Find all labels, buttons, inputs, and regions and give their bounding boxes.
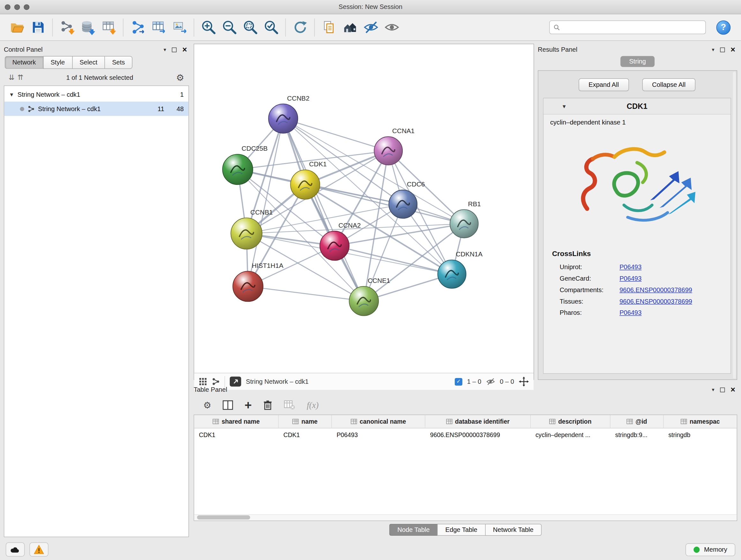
network-node-CCNB1[interactable]: CCNB1 bbox=[231, 208, 273, 249]
close-window-button[interactable] bbox=[5, 4, 10, 10]
panel-menu-icon[interactable]: ▾ bbox=[712, 387, 715, 393]
export-network-image-button[interactable] bbox=[169, 16, 190, 38]
crosslink-link[interactable]: P06493 bbox=[619, 263, 642, 270]
cell-description[interactable]: cyclin–dependent ... bbox=[531, 428, 610, 441]
column-header[interactable]: name bbox=[279, 415, 332, 428]
network-node-CDC25B[interactable]: CDC25B bbox=[222, 145, 267, 185]
float-panel-icon[interactable] bbox=[720, 387, 725, 392]
zoom-selected-button[interactable] bbox=[261, 16, 281, 38]
tab-style[interactable]: Style bbox=[43, 56, 72, 69]
overview-button[interactable] bbox=[340, 16, 360, 38]
crosslink-label: Compartments: bbox=[560, 286, 619, 293]
zoom-out-button[interactable] bbox=[219, 16, 240, 38]
collapse-all-icon[interactable]: ⇊ bbox=[9, 73, 15, 82]
zoom-in-button[interactable] bbox=[198, 16, 219, 38]
network-node-CDKN1A[interactable]: CDKN1A bbox=[438, 250, 483, 288]
show-columns-button[interactable] bbox=[223, 400, 233, 410]
open-session-button[interactable] bbox=[7, 16, 27, 38]
tab-edge-table[interactable]: Edge Table bbox=[437, 524, 485, 536]
network-collection-row[interactable]: ▼ String Network – cdk1 1 bbox=[4, 87, 188, 102]
results-scrollbar[interactable] bbox=[733, 72, 736, 379]
help-button[interactable]: ? bbox=[717, 20, 731, 35]
network-node-CCNB2[interactable]: CCNB2 bbox=[268, 95, 309, 133]
close-panel-icon[interactable]: × bbox=[182, 46, 187, 54]
network-node-RB1[interactable]: RB1 bbox=[450, 200, 481, 238]
new-network-button[interactable] bbox=[127, 16, 148, 38]
network-edge[interactable] bbox=[283, 118, 388, 151]
close-panel-icon[interactable]: × bbox=[731, 386, 735, 394]
save-session-button[interactable] bbox=[27, 16, 48, 38]
column-edit-icon bbox=[681, 419, 687, 424]
cloud-status-button[interactable] bbox=[6, 543, 25, 557]
tab-sets[interactable]: Sets bbox=[105, 56, 132, 69]
table-settings-gear-icon[interactable]: ⚙ bbox=[203, 401, 211, 410]
cell-namespace[interactable]: stringdb bbox=[664, 428, 737, 441]
string-tab[interactable]: String bbox=[621, 56, 655, 67]
gear-icon[interactable]: ⚙ bbox=[176, 73, 184, 82]
column-header[interactable]: shared name bbox=[194, 415, 279, 428]
network-graph[interactable]: CCNB2CCNA1CDC25BCDK1CDC6RB1CCNB1CCNA2CDK… bbox=[194, 44, 534, 373]
column-edit-icon bbox=[292, 419, 298, 424]
disclosure-triangle-icon[interactable]: ▼ bbox=[562, 104, 567, 109]
float-panel-icon[interactable] bbox=[172, 47, 177, 52]
cloud-icon bbox=[10, 546, 20, 553]
hide-selected-button[interactable] bbox=[360, 16, 381, 38]
tab-node-table[interactable]: Node Table bbox=[389, 524, 437, 536]
column-header[interactable]: @id bbox=[610, 415, 664, 428]
cell-name[interactable]: CDK1 bbox=[279, 428, 332, 441]
network-edge[interactable] bbox=[283, 118, 364, 301]
tab-select[interactable]: Select bbox=[72, 56, 105, 69]
column-header[interactable]: canonical name bbox=[332, 415, 425, 428]
cell-shared-name[interactable]: CDK1 bbox=[194, 428, 279, 441]
column-header[interactable]: description bbox=[531, 415, 610, 428]
network-edge[interactable] bbox=[334, 246, 452, 274]
delete-column-button[interactable] bbox=[263, 400, 273, 410]
memory-button[interactable]: Memory bbox=[685, 543, 735, 556]
crosslink-link[interactable]: 9606.ENSP00000378699 bbox=[619, 286, 692, 293]
create-column-button[interactable]: + bbox=[245, 399, 252, 412]
warnings-button[interactable] bbox=[29, 543, 48, 557]
import-table-button[interactable] bbox=[98, 16, 119, 38]
expand-all-icon[interactable]: ⇈ bbox=[17, 73, 23, 82]
refresh-layout-button[interactable] bbox=[289, 16, 310, 38]
network-node-HIST1H1A[interactable]: HIST1H1A bbox=[232, 262, 283, 302]
crosslink-link[interactable]: P06493 bbox=[619, 309, 642, 316]
maximize-window-button[interactable] bbox=[23, 4, 29, 10]
cell-id[interactable]: stringdb:9... bbox=[610, 428, 664, 441]
column-header[interactable]: namespac bbox=[664, 415, 737, 428]
panel-menu-icon[interactable]: ▾ bbox=[163, 47, 166, 53]
import-network-file-button[interactable] bbox=[57, 16, 77, 38]
disclosure-triangle-icon[interactable]: ▼ bbox=[9, 91, 14, 98]
zoom-fit-button[interactable] bbox=[240, 16, 260, 38]
network-canvas[interactable]: CCNB2CCNA1CDC25BCDK1CDC6RB1CCNB1CCNA2CDK… bbox=[194, 44, 534, 373]
expand-all-button[interactable]: Expand All bbox=[579, 78, 629, 91]
network-edge[interactable] bbox=[248, 287, 364, 301]
crosslink-link[interactable]: P06493 bbox=[619, 275, 642, 282]
search-field[interactable] bbox=[549, 20, 706, 34]
float-panel-icon[interactable] bbox=[720, 47, 725, 52]
search-input[interactable] bbox=[563, 23, 701, 30]
collapse-all-button[interactable]: Collapse All bbox=[642, 78, 695, 91]
network-node-CDK1[interactable]: CDK1 bbox=[290, 160, 327, 199]
show-all-button[interactable] bbox=[381, 16, 402, 38]
window-controls bbox=[5, 4, 29, 10]
tab-network-table[interactable]: Network Table bbox=[485, 524, 542, 536]
column-header[interactable]: database identifier bbox=[425, 415, 531, 428]
network-from-table-button[interactable] bbox=[148, 16, 169, 38]
gene-section-header[interactable]: ▼ CDK1 bbox=[543, 98, 731, 115]
cell-database-identifier[interactable]: 9606.ENSP00000378699 bbox=[425, 428, 531, 441]
close-panel-icon[interactable]: × bbox=[731, 46, 735, 54]
cell-canonical-name[interactable]: P06493 bbox=[332, 428, 425, 441]
network-edge[interactable] bbox=[248, 118, 283, 287]
table-row[interactable]: CDK1 CDK1 P06493 9606.ENSP00000378699 cy… bbox=[194, 428, 737, 441]
panel-menu-icon[interactable]: ▾ bbox=[712, 47, 715, 53]
import-network-database-button[interactable] bbox=[77, 16, 98, 38]
network-row[interactable]: String Network – cdk1 11 48 bbox=[4, 102, 188, 116]
crosslink-link[interactable]: 9606.ENSP00000378699 bbox=[619, 298, 692, 305]
table-hscroll-thumb[interactable] bbox=[197, 515, 250, 519]
crosslink-row: Pharos: P06493 bbox=[552, 307, 722, 318]
minimize-window-button[interactable] bbox=[14, 4, 20, 10]
duplicate-document-button[interactable] bbox=[319, 16, 339, 38]
network-node-CCNA1[interactable]: CCNA1 bbox=[374, 127, 414, 165]
tab-network[interactable]: Network bbox=[5, 56, 43, 69]
